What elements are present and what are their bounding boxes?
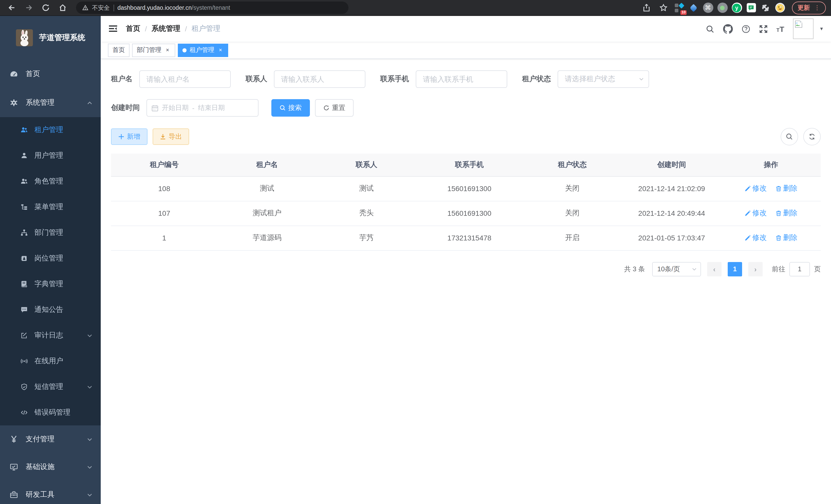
extension-badge: 10 bbox=[681, 10, 687, 14]
tenant-name-input[interactable] bbox=[139, 70, 231, 88]
cell-tenant-id: 1 bbox=[111, 226, 218, 250]
sidebar-item-home[interactable]: 首页 bbox=[0, 60, 101, 88]
page-size-value: 10条/页 bbox=[657, 264, 680, 274]
sidebar-logo[interactable]: 芋道管理系统 bbox=[0, 16, 101, 60]
sidebar-item-sms[interactable]: 短信管理 bbox=[0, 374, 101, 400]
browser-home-icon[interactable] bbox=[56, 2, 69, 14]
extension-yuque-icon[interactable]: y bbox=[731, 2, 742, 13]
chevron-down-icon bbox=[87, 384, 92, 390]
not-secure-warning-icon bbox=[82, 5, 88, 11]
extension-recorder-icon[interactable] bbox=[717, 2, 728, 13]
next-page-button[interactable]: › bbox=[748, 262, 763, 276]
search-button[interactable]: 搜索 bbox=[271, 99, 310, 117]
tag-dept[interactable]: 部门管理 × bbox=[132, 43, 175, 57]
delete-link[interactable]: 删除 bbox=[775, 233, 797, 242]
add-button[interactable]: 新增 bbox=[111, 128, 147, 145]
edit-pen-icon bbox=[745, 235, 751, 241]
export-button[interactable]: 导出 bbox=[153, 128, 189, 145]
tenants-people-icon bbox=[21, 126, 28, 134]
cell-created: 2021-12-14 20:49:44 bbox=[622, 201, 721, 226]
sidebar-collapse-icon[interactable] bbox=[101, 16, 125, 41]
sidebar-item-online-user[interactable]: 在线用户 bbox=[0, 348, 101, 374]
message-bubble-icon bbox=[21, 306, 28, 314]
close-icon[interactable]: × bbox=[165, 47, 171, 53]
breadcrumb-current: 租户管理 bbox=[192, 24, 221, 33]
extension-command-icon[interactable]: ⌘ bbox=[703, 2, 713, 13]
sidebar-item-user[interactable]: 用户管理 bbox=[0, 143, 101, 169]
chevron-down-icon bbox=[87, 464, 92, 470]
tree-list-icon bbox=[21, 203, 28, 211]
chevron-down-icon bbox=[87, 333, 92, 338]
edit-link[interactable]: 修改 bbox=[745, 233, 767, 242]
page-size-select[interactable]: 10条/页 bbox=[652, 262, 701, 276]
delete-link[interactable]: 删除 bbox=[775, 209, 797, 218]
sidebar-item-notice[interactable]: 通知公告 bbox=[0, 297, 101, 323]
breadcrumb-home[interactable]: 首页 bbox=[126, 24, 140, 33]
mobile-input[interactable] bbox=[416, 70, 507, 88]
breadcrumb-system[interactable]: 系统管理 bbox=[152, 24, 180, 33]
sidebar-item-system[interactable]: 系统管理 bbox=[0, 88, 101, 117]
extension-chat-icon[interactable] bbox=[746, 2, 756, 13]
active-dot bbox=[182, 48, 187, 52]
date-range-picker[interactable]: 开始日期 - 结束日期 bbox=[146, 99, 258, 117]
goto-page-input[interactable] bbox=[790, 262, 810, 276]
edit-link[interactable]: 修改 bbox=[745, 184, 767, 193]
filter-label: 租户名 bbox=[111, 75, 133, 84]
extension-kite-icon[interactable] bbox=[688, 2, 699, 13]
prev-page-button[interactable]: ‹ bbox=[707, 262, 721, 276]
close-icon[interactable]: × bbox=[218, 47, 224, 53]
tag-tenant[interactable]: 租户管理 × bbox=[178, 43, 228, 57]
extension-grid-icon[interactable]: 10 bbox=[674, 2, 685, 13]
col-tenant-id: 租户编号 bbox=[111, 154, 218, 176]
sidebar-item-error-code[interactable]: 错误码管理 bbox=[0, 400, 101, 425]
sidebar-item-label: 审计日志 bbox=[34, 331, 63, 340]
share-icon[interactable] bbox=[640, 2, 653, 14]
page-1-button[interactable]: 1 bbox=[728, 262, 742, 276]
sidebar-item-payment[interactable]: 支付管理 bbox=[0, 425, 101, 453]
profile-avatar-icon[interactable] bbox=[774, 2, 785, 13]
filter-label: 创建时间 bbox=[111, 103, 140, 113]
help-question-icon[interactable] bbox=[742, 24, 750, 33]
sidebar-item-post[interactable]: 岗位管理 bbox=[0, 245, 101, 271]
export-label: 导出 bbox=[169, 132, 182, 141]
refresh-table-button[interactable] bbox=[803, 128, 821, 145]
sidebar-item-label: 首页 bbox=[26, 69, 40, 79]
tag-home[interactable]: 首页 bbox=[108, 43, 130, 57]
breadcrumb: 首页 / 系统管理 / 租户管理 bbox=[126, 24, 221, 33]
pagination: 共 3 条 10条/页 ‹ 1 › 前往 页 bbox=[111, 262, 821, 276]
user-avatar[interactable] bbox=[793, 19, 813, 39]
font-size-icon[interactable]: TT bbox=[776, 25, 784, 33]
sidebar-item-role[interactable]: 角色管理 bbox=[0, 169, 101, 194]
sidebar-item-dict[interactable]: 字典管理 bbox=[0, 271, 101, 297]
browser-menu-dots-icon[interactable]: ⋮ bbox=[814, 5, 820, 10]
sidebar-item-tenant[interactable]: 租户管理 bbox=[0, 117, 101, 143]
address-bar[interactable]: 不安全 dashboard.yudao.iocoder.cn/system/te… bbox=[76, 2, 348, 14]
sidebar-item-dept[interactable]: 部门管理 bbox=[0, 220, 101, 245]
contact-input[interactable] bbox=[274, 70, 365, 88]
browser-forward-icon[interactable] bbox=[22, 2, 35, 14]
reset-button[interactable]: 重置 bbox=[315, 99, 353, 117]
github-icon[interactable] bbox=[723, 24, 733, 34]
tag-label: 首页 bbox=[113, 46, 125, 55]
browser-reload-icon[interactable] bbox=[39, 2, 52, 14]
table-tools bbox=[781, 128, 821, 145]
sidebar-item-audit-log[interactable]: 审计日志 bbox=[0, 323, 101, 348]
sidebar-item-menu[interactable]: 菜单管理 bbox=[0, 194, 101, 220]
sidebar-item-infra[interactable]: 基础设施 bbox=[0, 453, 101, 481]
toggle-search-button[interactable] bbox=[781, 128, 798, 145]
avatar-caret-down-icon[interactable]: ▼ bbox=[819, 26, 824, 31]
edit-link[interactable]: 修改 bbox=[745, 209, 767, 218]
status-select[interactable]: 请选择租户状态 bbox=[557, 70, 649, 88]
header-search-icon[interactable] bbox=[706, 24, 714, 33]
filter-label: 联系手机 bbox=[380, 75, 409, 84]
browser-back-icon[interactable] bbox=[5, 2, 19, 14]
filter-row-1: 租户名 联系人 联系手机 租户状态 请选择租户状态 bbox=[111, 70, 821, 88]
bookmark-star-icon[interactable] bbox=[657, 2, 670, 14]
cell-created: 2021-12-14 21:02:09 bbox=[622, 176, 721, 201]
sidebar-item-dev-tools[interactable]: 研发工具 bbox=[0, 481, 101, 504]
extensions-puzzle-icon[interactable] bbox=[760, 2, 771, 13]
filter-row-2: 创建时间 开始日期 - 结束日期 搜索 bbox=[111, 99, 821, 117]
browser-update-button[interactable]: 更新 ⋮ bbox=[792, 1, 826, 14]
delete-link[interactable]: 删除 bbox=[775, 184, 797, 193]
fullscreen-icon[interactable] bbox=[759, 24, 768, 33]
